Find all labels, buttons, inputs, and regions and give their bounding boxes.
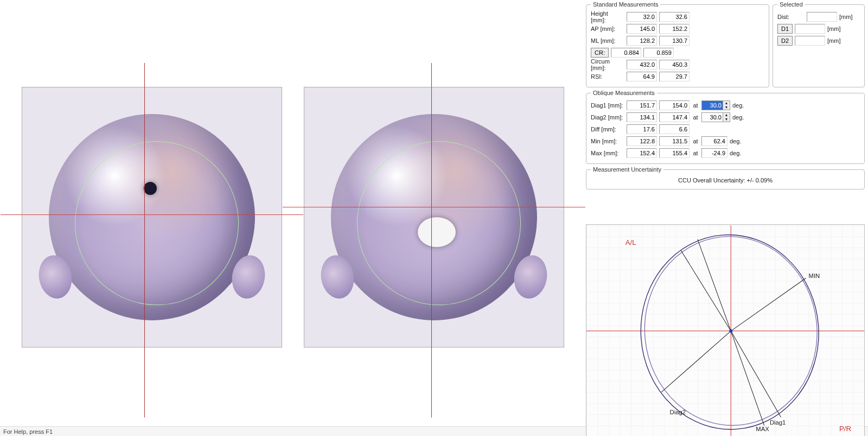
height-b[interactable] (659, 12, 690, 22)
label-dist: Dist: (777, 14, 805, 20)
diag1-angle-spinner[interactable]: ▲▼ (701, 100, 730, 110)
d2-value[interactable] (795, 36, 825, 46)
label-max: Max [mm]: (591, 150, 624, 156)
view-right[interactable] (304, 87, 564, 347)
ml-a[interactable] (627, 36, 657, 46)
diff-a[interactable] (627, 124, 657, 134)
label-ml: ML [mm]: (591, 37, 624, 44)
label-ap: AP [mm]: (591, 26, 624, 32)
plot-label-min: MIN (809, 273, 820, 279)
label-at: at (692, 102, 699, 109)
unit-deg: deg. (732, 114, 749, 121)
height-a[interactable] (627, 12, 657, 22)
diag1-b[interactable] (659, 100, 690, 110)
svg-point-11 (729, 329, 732, 332)
svg-rect-0 (586, 225, 864, 436)
ml-b[interactable] (659, 36, 690, 46)
diag2-angle[interactable] (701, 112, 723, 122)
unit-deg: deg. (730, 150, 746, 156)
render-left (22, 87, 282, 347)
d2-button[interactable]: D2 (777, 36, 793, 46)
group-title: Selected (777, 1, 805, 8)
min-angle[interactable] (701, 136, 727, 146)
unit-deg: deg. (732, 102, 749, 109)
status-text: For Help, press F1 (3, 428, 53, 435)
d1-value[interactable] (795, 24, 825, 34)
label-at: at (692, 114, 699, 121)
circum-b[interactable] (659, 60, 690, 69)
min-b[interactable] (659, 136, 690, 146)
diag1-angle[interactable] (701, 100, 723, 110)
plot-label-diag2: Diag2 (670, 409, 686, 415)
cr-button[interactable]: CR: (591, 48, 609, 58)
oblique-measurements-group: Oblique Measurements Diag1 [mm]: at ▲▼ d… (586, 90, 865, 164)
selected-group: Selected Dist: [mm] D1 [mm] D2 [mm] (773, 1, 865, 87)
plot-label-max: MAX (756, 426, 769, 432)
diff-b[interactable] (659, 124, 690, 134)
crosshair-vertical[interactable] (144, 63, 145, 418)
d1-button[interactable]: D1 (777, 24, 793, 34)
ap-b[interactable] (659, 24, 690, 34)
rsi-a[interactable] (627, 72, 657, 81)
label-min: Min [mm]: (591, 138, 624, 144)
unit-mm: [mm] (827, 26, 844, 32)
diag2-angle-spinner[interactable]: ▲▼ (701, 112, 730, 122)
standard-measurements-group: Standard Measurements Height [mm]: AP [m… (586, 1, 769, 87)
ap-a[interactable] (627, 24, 657, 34)
spin-down-icon[interactable]: ▼ (723, 105, 730, 110)
diag2-a[interactable] (627, 112, 657, 122)
diag2-b[interactable] (659, 112, 690, 122)
group-title: Standard Measurements (591, 1, 660, 8)
circum-a[interactable] (627, 60, 657, 69)
label-rsi: RSI: (591, 73, 624, 80)
plot-label-diag1: Diag1 (770, 419, 786, 426)
spin-up-icon[interactable]: ▲ (723, 101, 730, 105)
dist-value[interactable] (807, 12, 837, 22)
rsi-b[interactable] (659, 72, 690, 81)
label-circum: Circum [mm]: (591, 58, 624, 71)
unit-mm: [mm] (827, 37, 844, 44)
contour-plot[interactable]: A/L P/R MIN MAX Diag1 Diag2 (586, 224, 865, 436)
crosshair-horizontal[interactable] (1, 214, 303, 215)
crosshair-vertical[interactable] (431, 63, 432, 418)
crosshair-horizontal[interactable] (283, 207, 585, 207)
unit-mm: [mm] (839, 14, 856, 20)
spin-up-icon[interactable]: ▲ (723, 113, 730, 117)
max-b[interactable] (659, 148, 690, 158)
label-diag1: Diag1 [mm]: (591, 102, 624, 109)
cr-b[interactable] (643, 48, 674, 58)
max-angle[interactable] (701, 148, 727, 158)
side-panel: Standard Measurements Height [mm]: AP [m… (586, 0, 868, 426)
uncertainty-group: Measurement Uncertainty CCU Overall Unce… (586, 166, 865, 189)
cr-a[interactable] (611, 48, 641, 58)
label-at: at (692, 150, 699, 156)
group-title: Oblique Measurements (591, 90, 657, 96)
label-diff: Diff [mm]: (591, 126, 624, 132)
uncertainty-text: CCU Overall Uncertainty: +/- 0.09% (591, 176, 860, 185)
group-title: Measurement Uncertainty (591, 166, 663, 173)
unit-deg: deg. (730, 138, 746, 144)
label-at: at (692, 138, 699, 144)
spin-down-icon[interactable]: ▼ (723, 117, 730, 122)
diag1-a[interactable] (627, 100, 657, 110)
label-height: Height [mm]: (591, 10, 624, 23)
render-right (304, 87, 564, 347)
plot-label-pr: P/R (839, 425, 851, 433)
viewport-area[interactable] (0, 0, 586, 426)
label-diag2: Diag2 [mm]: (591, 114, 624, 121)
view-left[interactable] (22, 87, 282, 347)
max-a[interactable] (627, 148, 657, 158)
min-a[interactable] (627, 136, 657, 146)
plot-label-al: A/L (626, 238, 636, 247)
